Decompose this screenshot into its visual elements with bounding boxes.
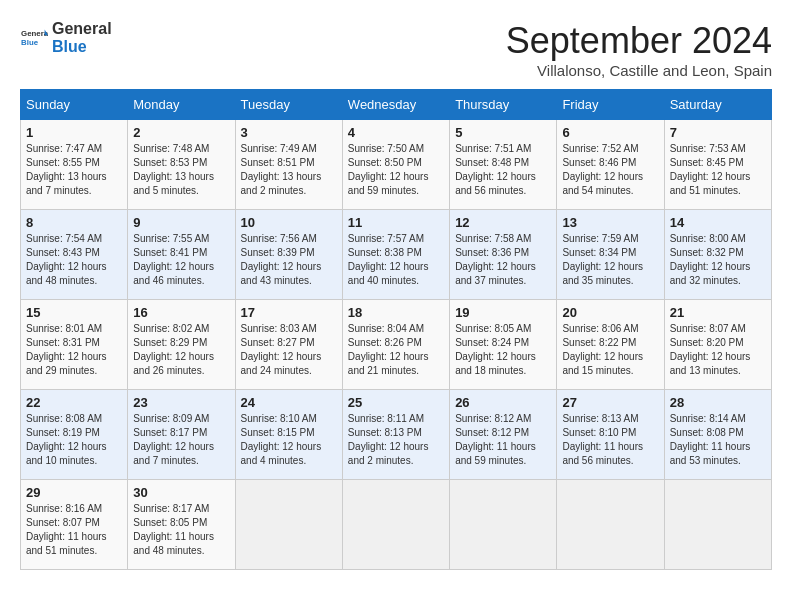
page-header: General Blue General Blue September 2024…: [20, 20, 772, 79]
calendar-week-3: 15Sunrise: 8:01 AMSunset: 8:31 PMDayligh…: [21, 300, 772, 390]
day-info: Sunrise: 7:47 AMSunset: 8:55 PMDaylight:…: [26, 142, 122, 198]
day-info: Sunrise: 8:17 AMSunset: 8:05 PMDaylight:…: [133, 502, 229, 558]
day-info: Sunrise: 7:53 AMSunset: 8:45 PMDaylight:…: [670, 142, 766, 198]
calendar-table: Sunday Monday Tuesday Wednesday Thursday…: [20, 89, 772, 570]
table-cell: 12Sunrise: 7:58 AMSunset: 8:36 PMDayligh…: [450, 210, 557, 300]
logo-general: General: [52, 20, 112, 38]
day-number: 8: [26, 215, 122, 230]
day-number: 26: [455, 395, 551, 410]
table-cell: [557, 480, 664, 570]
day-number: 21: [670, 305, 766, 320]
day-number: 15: [26, 305, 122, 320]
col-thursday: Thursday: [450, 90, 557, 120]
day-number: 18: [348, 305, 444, 320]
table-cell: 17Sunrise: 8:03 AMSunset: 8:27 PMDayligh…: [235, 300, 342, 390]
day-number: 28: [670, 395, 766, 410]
day-number: 19: [455, 305, 551, 320]
table-cell: 23Sunrise: 8:09 AMSunset: 8:17 PMDayligh…: [128, 390, 235, 480]
location-title: Villalonso, Castille and Leon, Spain: [506, 62, 772, 79]
svg-text:General: General: [21, 29, 48, 38]
table-cell: [235, 480, 342, 570]
day-info: Sunrise: 7:58 AMSunset: 8:36 PMDaylight:…: [455, 232, 551, 288]
table-cell: 25Sunrise: 8:11 AMSunset: 8:13 PMDayligh…: [342, 390, 449, 480]
day-info: Sunrise: 8:03 AMSunset: 8:27 PMDaylight:…: [241, 322, 337, 378]
calendar-header-row: Sunday Monday Tuesday Wednesday Thursday…: [21, 90, 772, 120]
day-info: Sunrise: 7:51 AMSunset: 8:48 PMDaylight:…: [455, 142, 551, 198]
day-info: Sunrise: 8:09 AMSunset: 8:17 PMDaylight:…: [133, 412, 229, 468]
day-number: 12: [455, 215, 551, 230]
day-number: 2: [133, 125, 229, 140]
calendar-week-2: 8Sunrise: 7:54 AMSunset: 8:43 PMDaylight…: [21, 210, 772, 300]
logo-blue: Blue: [52, 38, 112, 56]
table-cell: 13Sunrise: 7:59 AMSunset: 8:34 PMDayligh…: [557, 210, 664, 300]
table-cell: [342, 480, 449, 570]
day-info: Sunrise: 8:13 AMSunset: 8:10 PMDaylight:…: [562, 412, 658, 468]
table-cell: 21Sunrise: 8:07 AMSunset: 8:20 PMDayligh…: [664, 300, 771, 390]
col-friday: Friday: [557, 90, 664, 120]
day-number: 1: [26, 125, 122, 140]
table-cell: 16Sunrise: 8:02 AMSunset: 8:29 PMDayligh…: [128, 300, 235, 390]
table-cell: 15Sunrise: 8:01 AMSunset: 8:31 PMDayligh…: [21, 300, 128, 390]
table-cell: 3Sunrise: 7:49 AMSunset: 8:51 PMDaylight…: [235, 120, 342, 210]
day-number: 20: [562, 305, 658, 320]
day-info: Sunrise: 7:57 AMSunset: 8:38 PMDaylight:…: [348, 232, 444, 288]
day-number: 16: [133, 305, 229, 320]
day-info: Sunrise: 7:54 AMSunset: 8:43 PMDaylight:…: [26, 232, 122, 288]
day-info: Sunrise: 8:00 AMSunset: 8:32 PMDaylight:…: [670, 232, 766, 288]
day-number: 23: [133, 395, 229, 410]
month-title: September 2024: [506, 20, 772, 62]
day-info: Sunrise: 8:10 AMSunset: 8:15 PMDaylight:…: [241, 412, 337, 468]
day-info: Sunrise: 7:56 AMSunset: 8:39 PMDaylight:…: [241, 232, 337, 288]
day-info: Sunrise: 8:06 AMSunset: 8:22 PMDaylight:…: [562, 322, 658, 378]
day-number: 13: [562, 215, 658, 230]
day-info: Sunrise: 7:49 AMSunset: 8:51 PMDaylight:…: [241, 142, 337, 198]
day-number: 10: [241, 215, 337, 230]
day-number: 7: [670, 125, 766, 140]
day-info: Sunrise: 7:55 AMSunset: 8:41 PMDaylight:…: [133, 232, 229, 288]
day-info: Sunrise: 8:12 AMSunset: 8:12 PMDaylight:…: [455, 412, 551, 468]
table-cell: 4Sunrise: 7:50 AMSunset: 8:50 PMDaylight…: [342, 120, 449, 210]
table-cell: 9Sunrise: 7:55 AMSunset: 8:41 PMDaylight…: [128, 210, 235, 300]
table-cell: 24Sunrise: 8:10 AMSunset: 8:15 PMDayligh…: [235, 390, 342, 480]
day-number: 3: [241, 125, 337, 140]
table-cell: 28Sunrise: 8:14 AMSunset: 8:08 PMDayligh…: [664, 390, 771, 480]
calendar-week-4: 22Sunrise: 8:08 AMSunset: 8:19 PMDayligh…: [21, 390, 772, 480]
logo: General Blue General Blue: [20, 20, 112, 55]
col-sunday: Sunday: [21, 90, 128, 120]
logo-icon: General Blue: [20, 24, 48, 52]
col-saturday: Saturday: [664, 90, 771, 120]
calendar-week-1: 1Sunrise: 7:47 AMSunset: 8:55 PMDaylight…: [21, 120, 772, 210]
table-cell: 29Sunrise: 8:16 AMSunset: 8:07 PMDayligh…: [21, 480, 128, 570]
svg-text:Blue: Blue: [21, 38, 39, 47]
day-info: Sunrise: 7:59 AMSunset: 8:34 PMDaylight:…: [562, 232, 658, 288]
day-info: Sunrise: 8:16 AMSunset: 8:07 PMDaylight:…: [26, 502, 122, 558]
table-cell: 8Sunrise: 7:54 AMSunset: 8:43 PMDaylight…: [21, 210, 128, 300]
table-cell: 7Sunrise: 7:53 AMSunset: 8:45 PMDaylight…: [664, 120, 771, 210]
table-cell: [664, 480, 771, 570]
title-section: September 2024 Villalonso, Castille and …: [506, 20, 772, 79]
day-info: Sunrise: 8:04 AMSunset: 8:26 PMDaylight:…: [348, 322, 444, 378]
table-cell: 22Sunrise: 8:08 AMSunset: 8:19 PMDayligh…: [21, 390, 128, 480]
day-number: 14: [670, 215, 766, 230]
day-number: 6: [562, 125, 658, 140]
day-info: Sunrise: 8:02 AMSunset: 8:29 PMDaylight:…: [133, 322, 229, 378]
table-cell: 20Sunrise: 8:06 AMSunset: 8:22 PMDayligh…: [557, 300, 664, 390]
day-number: 27: [562, 395, 658, 410]
day-info: Sunrise: 7:52 AMSunset: 8:46 PMDaylight:…: [562, 142, 658, 198]
day-info: Sunrise: 8:05 AMSunset: 8:24 PMDaylight:…: [455, 322, 551, 378]
table-cell: 6Sunrise: 7:52 AMSunset: 8:46 PMDaylight…: [557, 120, 664, 210]
day-number: 11: [348, 215, 444, 230]
day-info: Sunrise: 8:07 AMSunset: 8:20 PMDaylight:…: [670, 322, 766, 378]
day-number: 5: [455, 125, 551, 140]
day-number: 22: [26, 395, 122, 410]
table-cell: 30Sunrise: 8:17 AMSunset: 8:05 PMDayligh…: [128, 480, 235, 570]
table-cell: 5Sunrise: 7:51 AMSunset: 8:48 PMDaylight…: [450, 120, 557, 210]
table-cell: 10Sunrise: 7:56 AMSunset: 8:39 PMDayligh…: [235, 210, 342, 300]
calendar-week-5: 29Sunrise: 8:16 AMSunset: 8:07 PMDayligh…: [21, 480, 772, 570]
table-cell: 11Sunrise: 7:57 AMSunset: 8:38 PMDayligh…: [342, 210, 449, 300]
table-cell: 1Sunrise: 7:47 AMSunset: 8:55 PMDaylight…: [21, 120, 128, 210]
table-cell: 26Sunrise: 8:12 AMSunset: 8:12 PMDayligh…: [450, 390, 557, 480]
day-info: Sunrise: 7:50 AMSunset: 8:50 PMDaylight:…: [348, 142, 444, 198]
col-tuesday: Tuesday: [235, 90, 342, 120]
table-cell: 2Sunrise: 7:48 AMSunset: 8:53 PMDaylight…: [128, 120, 235, 210]
